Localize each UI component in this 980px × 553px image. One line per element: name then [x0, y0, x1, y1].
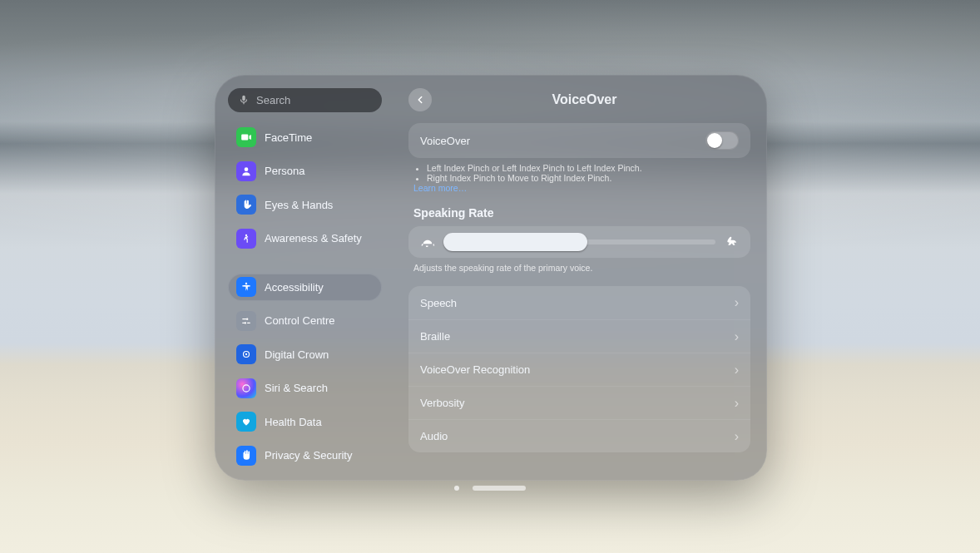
- sidebar-item-facetime[interactable]: FaceTime: [228, 124, 382, 151]
- crown-dial-icon: [236, 344, 256, 364]
- learn-more-link[interactable]: Learn more…: [413, 183, 467, 193]
- row-voiceover-recognition[interactable]: VoiceOver Recognition ›: [408, 353, 750, 386]
- row-label: VoiceOver Recognition: [420, 363, 530, 376]
- row-label: Verbosity: [420, 397, 464, 409]
- sidebar-item-awareness-safety[interactable]: Awareness & Safety: [228, 225, 382, 251]
- sidebar-item-label: Control Centre: [265, 314, 335, 327]
- back-button[interactable]: [408, 88, 432, 111]
- help-bullet: Left Index Pinch or Left Index Pinch to …: [427, 163, 747, 173]
- row-audio[interactable]: Audio ›: [408, 419, 750, 452]
- person-walk-icon: [236, 229, 256, 249]
- heart-doc-icon: [236, 412, 256, 432]
- sidebar-item-label: Eyes & Hands: [265, 199, 333, 211]
- sidebar-item-digital-crown[interactable]: Digital Crown: [228, 341, 382, 368]
- chevron-left-icon: [414, 94, 426, 106]
- chevron-right-icon: ›: [735, 295, 739, 310]
- search-field[interactable]: [228, 88, 382, 112]
- siri-icon: [236, 378, 256, 398]
- mic-icon: [238, 94, 250, 106]
- chevron-right-icon: ›: [735, 396, 739, 411]
- chevron-right-icon: ›: [735, 329, 739, 344]
- hand-tap-icon: [236, 195, 256, 215]
- page-title: VoiceOver: [442, 92, 727, 107]
- speaking-rate-caption: Adjusts the speaking rate of the primary…: [413, 263, 745, 273]
- svg-point-5: [243, 385, 250, 392]
- svg-point-4: [245, 353, 247, 355]
- voiceover-toggle[interactable]: [705, 131, 739, 150]
- settings-window: FaceTime Persona Eyes & Hands Awareness …: [215, 75, 767, 481]
- hand-raised-icon: [236, 446, 256, 466]
- person-icon: [236, 161, 256, 181]
- svg-point-2: [245, 283, 247, 284]
- sidebar-item-label: FaceTime: [265, 131, 312, 144]
- speaking-rate-card: [408, 226, 750, 258]
- svg-point-0: [245, 167, 249, 171]
- help-bullet: Right Index Pinch to Move to Right Index…: [427, 173, 747, 183]
- row-label: Braille: [420, 330, 450, 343]
- speaking-rate-title: Speaking Rate: [413, 206, 745, 220]
- rabbit-icon: [724, 235, 739, 249]
- voiceover-subsettings: Speech › Braille › VoiceOver Recognition…: [408, 286, 750, 452]
- row-label: Audio: [420, 430, 448, 442]
- detail-header: VoiceOver: [408, 85, 750, 115]
- turtle-icon: [420, 235, 435, 249]
- sidebar-item-health-data[interactable]: Health Data: [228, 408, 382, 435]
- page-dot[interactable]: [454, 486, 459, 491]
- sidebar-item-label: Siri & Search: [265, 382, 328, 394]
- chevron-right-icon: ›: [735, 429, 739, 444]
- chevron-right-icon: ›: [735, 363, 739, 378]
- svg-point-1: [245, 234, 247, 235]
- accessibility-icon: [236, 277, 256, 297]
- sidebar-item-label: Awareness & Safety: [265, 232, 362, 244]
- row-verbosity[interactable]: Verbosity ›: [408, 386, 750, 419]
- detail-pane: VoiceOver VoiceOver Left Index Pinch or …: [393, 75, 767, 481]
- sidebar-item-control-centre[interactable]: Control Centre: [228, 308, 382, 334]
- sidebar-item-label: Accessibility: [265, 281, 324, 294]
- sidebar-item-privacy-security[interactable]: Privacy & Security: [228, 442, 382, 469]
- page-pill[interactable]: [473, 486, 526, 491]
- speaking-rate-slider[interactable]: [443, 235, 715, 249]
- row-braille[interactable]: Braille ›: [408, 319, 750, 353]
- sidebar-item-eyes-hands[interactable]: Eyes & Hands: [228, 191, 382, 218]
- sidebar-item-label: Digital Crown: [265, 348, 329, 361]
- sidebar-item-label: Health Data: [265, 416, 322, 428]
- sidebar-item-siri-search[interactable]: Siri & Search: [228, 375, 382, 402]
- toggle-knob: [707, 133, 722, 148]
- sliders-icon: [236, 311, 256, 331]
- row-speech[interactable]: Speech ›: [408, 286, 750, 319]
- row-label: Speech: [420, 297, 457, 309]
- voiceover-toggle-card: VoiceOver: [408, 123, 750, 158]
- voiceover-help-text: Left Index Pinch or Left Index Pinch to …: [413, 163, 747, 193]
- voiceover-toggle-label: VoiceOver: [420, 135, 470, 147]
- sidebar-item-label: Persona: [265, 165, 304, 177]
- sidebar-gap: [223, 257, 387, 269]
- page-indicator[interactable]: [454, 486, 526, 491]
- voiceover-toggle-row: VoiceOver: [408, 123, 750, 158]
- slider-fill: [443, 233, 587, 251]
- sidebar: FaceTime Persona Eyes & Hands Awareness …: [215, 75, 393, 481]
- sidebar-item-label: Privacy & Security: [265, 449, 352, 462]
- sidebar-item-persona[interactable]: Persona: [228, 157, 382, 184]
- video-icon: [236, 127, 256, 147]
- sidebar-item-accessibility[interactable]: Accessibility: [228, 274, 382, 300]
- search-input[interactable]: [256, 94, 396, 106]
- wallpaper: FaceTime Persona Eyes & Hands Awareness …: [0, 0, 980, 553]
